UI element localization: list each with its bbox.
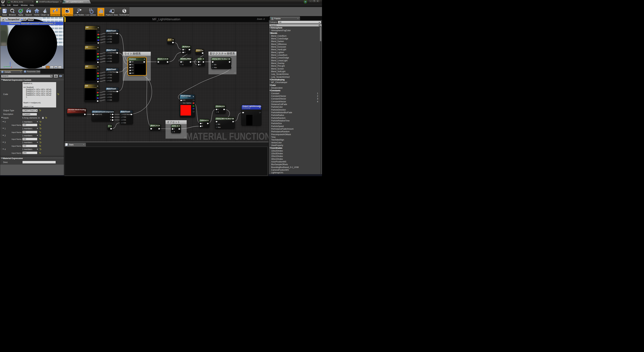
svg-text:Y: Y [4, 66, 5, 68]
svg-text:X: X [11, 66, 12, 68]
svg-text:Z: Z [10, 62, 11, 64]
